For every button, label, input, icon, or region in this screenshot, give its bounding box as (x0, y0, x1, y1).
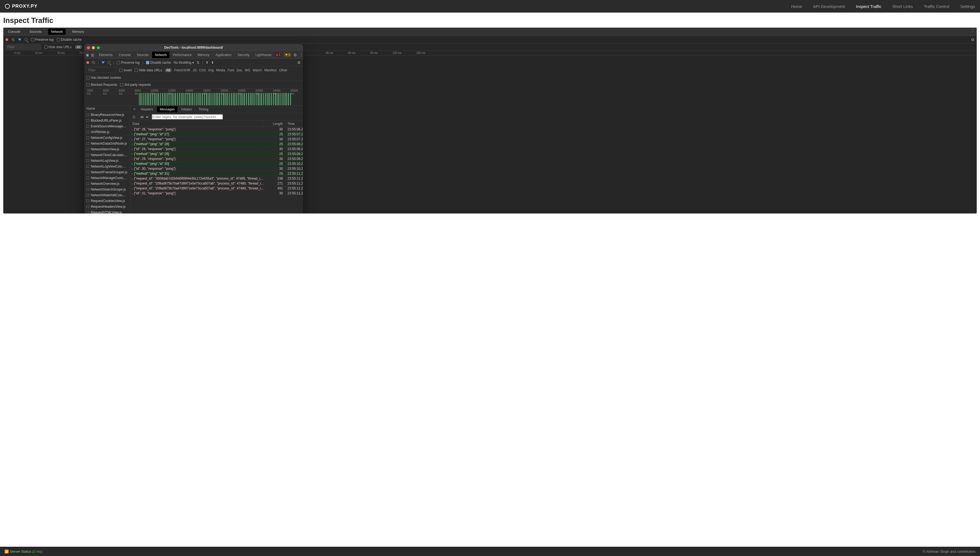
message-row[interactable]: ↓{"id": 28, "response": "pong"}3023:55:0… (130, 147, 303, 152)
type-filter-doc[interactable]: Doc (236, 68, 242, 72)
detail-tab-timing[interactable]: Timing (196, 106, 211, 112)
col-time[interactable]: Time (285, 122, 303, 126)
type-filter-js[interactable]: JS (193, 68, 197, 72)
bg-filter-input[interactable] (5, 44, 41, 50)
more-icon[interactable]: ⋮ (299, 52, 303, 57)
request-item[interactable]: NetworkLogView.js (84, 158, 130, 164)
type-filter-font[interactable]: Font (228, 68, 234, 72)
inspect-element-icon[interactable]: ▣ (86, 53, 89, 57)
throttling-select[interactable]: No throttling ▾ (174, 61, 194, 65)
tab-lighthouse[interactable]: Lighthouse (253, 52, 274, 58)
request-item[interactable]: NetworkFrameGrouper.js (84, 170, 130, 175)
type-filter-css[interactable]: CSS (199, 68, 206, 72)
tab-application[interactable]: Application (213, 52, 234, 58)
search-icon[interactable] (107, 61, 110, 64)
hide-data-urls-checkbox[interactable]: Hide data URLs (44, 45, 72, 49)
type-filter-media[interactable]: Media (216, 68, 225, 72)
requests-list[interactable]: BinaryResourceView.jsBlockedURLsPane.jsE… (84, 112, 130, 213)
clear-icon[interactable] (133, 115, 136, 119)
tab-sources[interactable]: Sources (134, 52, 152, 58)
search-icon[interactable] (24, 38, 27, 41)
wifi-icon[interactable]: ⇅ (197, 61, 199, 65)
gear-icon[interactable]: ⚙ (971, 37, 975, 42)
record-icon[interactable] (86, 61, 89, 64)
request-item[interactable]: NetworkTimeCalculator.js (84, 152, 130, 158)
message-row[interactable]: ↑{"method":"ping","id":31}2523:55:11.280 (130, 171, 303, 176)
detail-tab-messages[interactable]: Messages (157, 106, 178, 112)
invert-checkbox[interactable]: Invert (119, 68, 132, 72)
col-data[interactable]: Data (130, 122, 264, 126)
bg-tab-memory[interactable]: Memory (70, 29, 87, 35)
message-row[interactable]: ↑{"method":"ping","id":30}2523:55:10.278 (130, 161, 303, 166)
nav-item-short-links[interactable]: Short Links (887, 4, 913, 9)
detail-tab-initiator[interactable]: Initiator (179, 106, 195, 112)
tab-console[interactable]: Console (116, 52, 133, 58)
request-item[interactable]: RequestCookiesView.js (84, 198, 130, 204)
message-row[interactable]: ↓{"id": 31, "response": "pong"}3023:55:1… (130, 191, 303, 196)
preserve-log-checkbox[interactable]: Preserve log (31, 38, 53, 42)
type-filter-fetchxhr[interactable]: Fetch/XHR (174, 68, 190, 72)
tab-elements[interactable]: Elements (96, 52, 115, 58)
message-row[interactable]: ↑{"method":"ping","id":28}2523:55:08.273 (130, 142, 303, 147)
type-filter-manifest[interactable]: Manifest (264, 68, 277, 72)
nav-item-traffic-control[interactable]: Traffic Control (918, 4, 949, 9)
messages-list[interactable]: ↓{"id": 26, "response": "pong"}3023:55:0… (130, 127, 303, 196)
message-row[interactable]: ↓{"id": 29, "response": "pong"}3023:55:0… (130, 156, 303, 161)
type-filter-all[interactable]: All (165, 68, 172, 72)
warn-badge[interactable]: ⚑ 1 (284, 53, 291, 57)
col-length[interactable]: Length (264, 122, 285, 126)
request-item[interactable]: NetworkWaterfallColumn.js (84, 192, 130, 198)
network-timeline[interactable]: 2000 ms4000 ms6000 ms8000 ms10000 ms1200… (84, 89, 303, 105)
nav-item-inspect-traffic[interactable]: Inspect Traffic (851, 4, 881, 9)
type-filter-img[interactable]: Img (208, 68, 213, 72)
type-filter-other[interactable]: Other (279, 68, 287, 72)
request-item[interactable]: NetworkItemView.js (84, 147, 130, 152)
filter-icon[interactable] (102, 61, 105, 64)
close-detail-icon[interactable]: × (132, 107, 137, 111)
message-row[interactable]: ↓{"id": 26, "response": "pong"}3023:55:0… (130, 127, 303, 132)
disable-cache-checkbox[interactable]: Disable cache (146, 61, 171, 65)
minimize-icon[interactable] (92, 46, 95, 49)
clear-icon[interactable] (11, 38, 15, 41)
gear-icon[interactable]: ⚙ (297, 60, 301, 65)
blocked-cookies-checkbox[interactable]: Has blocked cookies (86, 76, 121, 79)
type-all-pill[interactable]: All (75, 45, 82, 49)
request-item[interactable]: RequestHTMLView.js (84, 210, 130, 213)
bg-tab-network[interactable]: Network (48, 29, 66, 35)
request-item[interactable]: RequestHeadersView.js (84, 204, 130, 210)
message-row[interactable]: ↓{"request_id": "3509dab7d2b546f6994e30c… (130, 176, 303, 181)
request-item[interactable]: HARWriter.js (84, 129, 130, 135)
record-icon[interactable] (5, 38, 8, 41)
tab-performance[interactable]: Performance (170, 52, 194, 58)
tab-security[interactable]: Security (235, 52, 252, 58)
blocked-requests-checkbox[interactable]: Blocked Requests (86, 83, 117, 87)
clear-icon[interactable] (92, 61, 95, 64)
message-row[interactable]: ↓{"request_id": "209a0875b70a47d9971e0e7… (130, 181, 303, 186)
titlebar[interactable]: DevTools - localhost:8899/dashboard/ (84, 44, 303, 51)
type-filter-wasm[interactable]: Wasm (253, 68, 262, 72)
zoom-icon[interactable] (97, 46, 100, 49)
request-item[interactable]: NetworkOverview.js (84, 181, 130, 187)
download-icon[interactable]: ⬇ (211, 61, 214, 65)
bg-tab-sources[interactable]: Sources (27, 29, 44, 35)
messages-filter-select[interactable]: All (138, 115, 150, 120)
message-row[interactable]: ↓{"request_id": "209a0875b70a47d9971e0e7… (130, 186, 303, 191)
upload-icon[interactable]: ⬆ (205, 61, 209, 65)
request-item[interactable]: BlockedURLsPane.js (84, 118, 130, 124)
detail-tab-headers[interactable]: Headers (138, 106, 156, 112)
filter-input[interactable] (86, 68, 116, 73)
more-icon[interactable]: ⋮ (971, 29, 975, 32)
device-toggle-icon[interactable]: ▥ (91, 53, 94, 57)
third-party-checkbox[interactable]: 3rd-party requests (120, 83, 151, 87)
gear-icon[interactable]: ⚙ (293, 53, 297, 57)
disable-cache-checkbox[interactable]: Disable cache (57, 38, 82, 42)
bg-tab-console[interactable]: Console (5, 29, 23, 35)
request-item[interactable]: BinaryResourceView.js (84, 112, 130, 118)
request-item[interactable]: NetworkManageCustomHead... (84, 175, 130, 181)
close-icon[interactable] (87, 46, 90, 49)
nav-item-api-development[interactable]: API Development (808, 4, 845, 9)
message-row[interactable]: ↓{"id": 30, "response": "pong"}3023:55:1… (130, 166, 303, 171)
preserve-log-checkbox[interactable]: Preserve log (117, 61, 139, 65)
nav-item-settings[interactable]: Settings (955, 4, 975, 9)
filter-icon[interactable] (18, 39, 21, 41)
